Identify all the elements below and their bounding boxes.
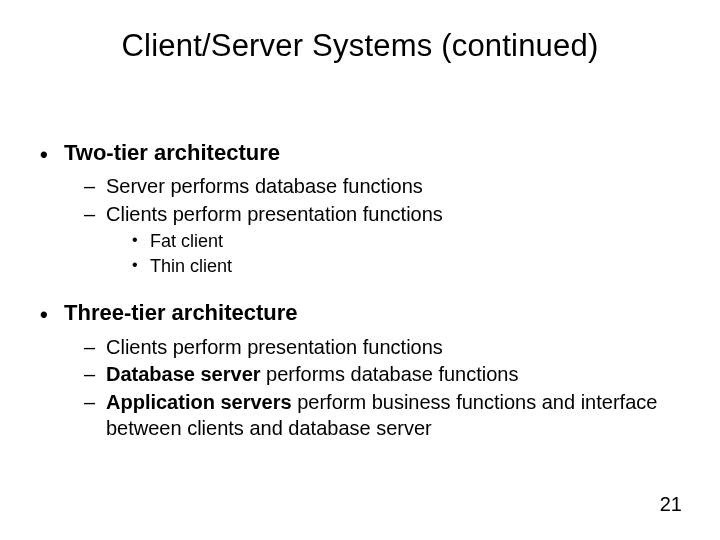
slide: Client/Server Systems (continued) • Two-… [0, 0, 720, 540]
bullet-text: Two-tier architecture [64, 140, 680, 166]
sub-bullet: – Clients perform presentation functions [84, 335, 680, 361]
sub-bullet: – Database server performs database func… [84, 362, 680, 388]
sub-bullet-text: Database server performs database functi… [106, 362, 680, 388]
dash-icon: – [84, 202, 106, 228]
sub-bullet-text: Clients perform presentation functions [106, 202, 680, 228]
dash-icon: – [84, 362, 106, 388]
spacer [40, 278, 680, 290]
bullet-icon: • [40, 140, 64, 168]
dash-icon: – [84, 174, 106, 200]
sub-bullet-text: Clients perform presentation functions [106, 335, 680, 361]
bullet-three-tier: • Three-tier architecture [40, 300, 680, 328]
slide-title: Client/Server Systems (continued) [0, 28, 720, 64]
bold-term: Database server [106, 363, 261, 385]
slide-content: • Two-tier architecture – Server perform… [40, 130, 680, 441]
sub-bullet: – Application servers perform business f… [84, 390, 680, 441]
bullet-icon: • [132, 230, 150, 251]
sub-bullet: – Server performs database functions [84, 174, 680, 200]
bullet-icon: • [132, 255, 150, 276]
sub-bullet-text: Server performs database functions [106, 174, 680, 200]
sub-bullet-text: Application servers perform business fun… [106, 390, 680, 441]
rest-text: performs database functions [261, 363, 519, 385]
sub-sub-bullet: • Thin client [132, 255, 680, 278]
sub-sub-bullet-text: Fat client [150, 230, 680, 253]
sub-sub-bullet: • Fat client [132, 230, 680, 253]
dash-icon: – [84, 390, 106, 416]
bullet-text: Three-tier architecture [64, 300, 680, 326]
bold-term: Application servers [106, 391, 292, 413]
page-number: 21 [660, 493, 682, 516]
sub-sub-bullet-text: Thin client [150, 255, 680, 278]
dash-icon: – [84, 335, 106, 361]
sub-bullet: – Clients perform presentation functions [84, 202, 680, 228]
bullet-icon: • [40, 300, 64, 328]
bullet-two-tier: • Two-tier architecture [40, 140, 680, 168]
